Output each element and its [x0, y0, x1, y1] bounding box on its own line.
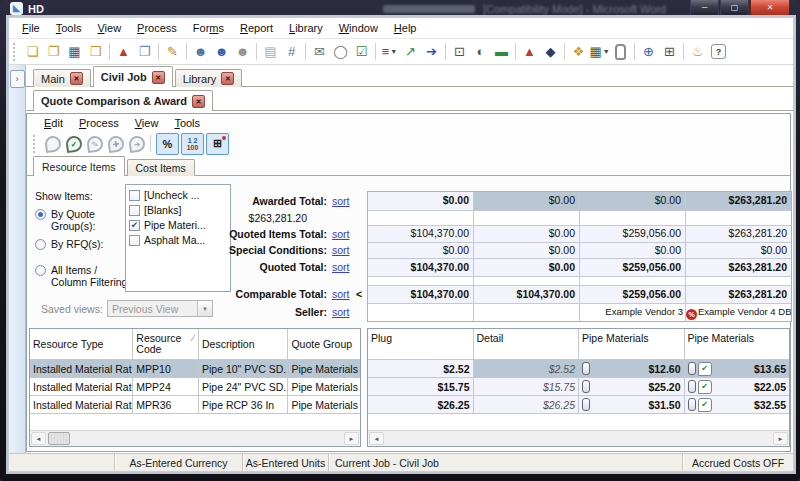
totals-cell[interactable]: $0.00 [474, 259, 580, 277]
radio-button-icon[interactable] [35, 209, 46, 220]
totals-cell[interactable]: $104,370.00 [368, 286, 474, 304]
money-icon[interactable]: ▬ [491, 42, 512, 62]
table-cell[interactable]: Installed Material Rate [30, 360, 133, 378]
menu-window[interactable]: Window [332, 20, 385, 36]
edit-folder-icon[interactable]: ✎ [162, 42, 183, 62]
user-search-icon[interactable]: ☻ [232, 42, 253, 62]
user-edit-icon[interactable]: ☻ [190, 42, 211, 62]
totals-cell[interactable] [474, 211, 580, 226]
totals-cell[interactable]: $259,056.00 [580, 259, 686, 277]
column-header-plug-0[interactable]: Plug [368, 329, 474, 359]
tab-resource-items[interactable]: Resource Items [33, 156, 125, 176]
radio-by-quote-group-s[interactable]: By QuoteGroup(s): [35, 208, 95, 232]
table-cell[interactable]: ✔$13.65 [685, 360, 790, 378]
open-folder-icon[interactable]: ❐ [43, 42, 64, 62]
totals-cell[interactable]: $104,370.00 [368, 226, 474, 243]
totals-cell[interactable] [368, 211, 474, 226]
sort-link[interactable]: sort [332, 306, 353, 318]
monitor-clock-icon[interactable]: ⊡ [449, 42, 470, 62]
open-estimate-icon[interactable]: ❏ [22, 42, 43, 62]
menu-report[interactable]: Report [233, 20, 280, 36]
checkbox-icon[interactable] [129, 235, 140, 246]
table-cell[interactable]: $25.20 [579, 378, 685, 396]
tags-icon[interactable]: ❖ [568, 42, 589, 62]
table-cell[interactable]: $26.25 [474, 396, 580, 414]
totals-cell[interactable] [474, 304, 580, 321]
table-cell[interactable]: Pipe RCP 36 In [199, 396, 288, 414]
column-header-resource-type-0[interactable]: Resource Type [30, 329, 133, 359]
radio-all-items-column-filtering[interactable]: All Items /Column Filtering: [35, 264, 130, 288]
menu-library[interactable]: Library [282, 20, 330, 36]
table-row[interactable]: Installed Material RateMPP24Pipe 24" PVC… [30, 378, 360, 396]
table-cell[interactable]: $2.52 [474, 360, 580, 378]
toggle-unit-price-icon[interactable]: % [156, 133, 179, 155]
column-header-description-2[interactable]: Description [199, 329, 288, 359]
checkbox-icon[interactable]: ✔ [129, 220, 140, 231]
help-icon[interactable]: ? [708, 42, 729, 62]
totals-cell[interactable]: $0.00 [580, 192, 686, 211]
save-icon[interactable]: ▦ [64, 42, 85, 62]
minimize-button[interactable]: ─ [690, 0, 719, 16]
add-quote-icon[interactable]: ✚ [106, 134, 125, 153]
column-header-resource-code-1[interactable]: Resource Code∕ [133, 329, 199, 359]
menu-view[interactable]: View [90, 20, 128, 36]
tab-quote-comparison-award[interactable]: Quote Comparison & Award✕ [33, 90, 213, 111]
comment-icon[interactable]: ◯ [330, 42, 351, 62]
table-row[interactable]: $15.75$15.75$25.20✔$22.05 [368, 378, 789, 396]
import-estimate-icon[interactable]: ❒ [85, 42, 106, 62]
checkbox-icon[interactable] [129, 190, 140, 201]
table-cell[interactable]: $15.75 [474, 378, 580, 396]
sort-link[interactable]: sort [332, 244, 353, 256]
tab-library[interactable]: Library✕ [175, 69, 243, 87]
compass-icon[interactable]: ◆ [540, 42, 561, 62]
chart-trend-icon[interactable]: ↗ [400, 42, 421, 62]
table-row[interactable]: $2.52$2.52$12.60✔$13.65 [368, 360, 789, 378]
toolbar-grip[interactable] [13, 43, 19, 61]
toggle-grid-cells-icon[interactable]: ⊞ [206, 133, 229, 155]
totals-cell[interactable] [368, 304, 474, 321]
tab-cost-items[interactable]: Cost Items [127, 159, 195, 176]
document-icon[interactable]: ▤ [260, 42, 281, 62]
send-quote-icon[interactable]: ➔ [127, 134, 146, 153]
menu-process[interactable]: Process [130, 20, 184, 36]
table-cell[interactable]: Pipe Materials [288, 360, 360, 378]
totals-cell[interactable]: $259,056.00 [580, 286, 686, 304]
totals-cell[interactable]: $104,370.00 [474, 286, 580, 304]
org-chart-icon[interactable]: # [281, 42, 302, 62]
table-cell[interactable]: Pipe Materials [288, 396, 360, 414]
table-cell[interactable]: $26.25 [368, 396, 474, 414]
totals-cell[interactable]: $263,281.20 [686, 192, 791, 211]
sort-link[interactable]: sort [332, 228, 353, 240]
totals-cell[interactable]: %Example Vendor 4 DBE [686, 304, 791, 321]
menu-help[interactable]: Help [387, 20, 424, 36]
table-cell[interactable]: Pipe 10" PVC SD... [199, 360, 288, 378]
paperclip-icon[interactable] [610, 42, 631, 62]
scrollbar-thumb[interactable] [48, 432, 70, 445]
totals-cell[interactable]: Example Vendor 3 [580, 304, 686, 321]
totals-cell[interactable]: $0.00 [368, 192, 474, 211]
table-row[interactable]: $26.25$26.25$31.50✔$32.55 [368, 396, 789, 414]
menu-file[interactable]: File [15, 20, 47, 36]
column-header-pipe-materials-2[interactable]: Pipe Materials [579, 329, 685, 359]
horizontal-scrollbar[interactable]: ◄► [368, 430, 789, 446]
table-cell[interactable]: MPP24 [133, 378, 199, 396]
table-cell[interactable]: Installed Material Rate [30, 396, 133, 414]
totals-cell[interactable]: $0.00 [474, 226, 580, 243]
scroll-left-icon[interactable]: ◄ [369, 432, 384, 445]
quote-menu-process[interactable]: Process [72, 115, 126, 131]
scroll-right-icon[interactable]: ► [773, 432, 788, 445]
table-cell[interactable]: Pipe Materials [288, 378, 360, 396]
totals-cell[interactable]: $0.00 [368, 243, 474, 259]
close-tab-icon[interactable]: ✕ [70, 72, 83, 85]
table-cell[interactable]: $2.52 [368, 360, 474, 378]
award-quote-icon[interactable]: ✔ [64, 134, 83, 153]
totals-cell[interactable] [580, 211, 686, 226]
maximize-button[interactable]: ▢ [720, 0, 749, 16]
edit-quote-icon[interactable]: ✎ [85, 134, 104, 153]
comment-check-icon[interactable]: ☑ [351, 42, 372, 62]
scroll-right-icon[interactable]: ► [344, 432, 359, 445]
totals-cell[interactable]: $263,281.20 [686, 226, 791, 243]
expand-panel-button[interactable]: › [10, 70, 25, 88]
table-cell[interactable]: ✔$32.55 [685, 396, 790, 414]
close-tab-icon[interactable]: ✕ [221, 72, 234, 85]
